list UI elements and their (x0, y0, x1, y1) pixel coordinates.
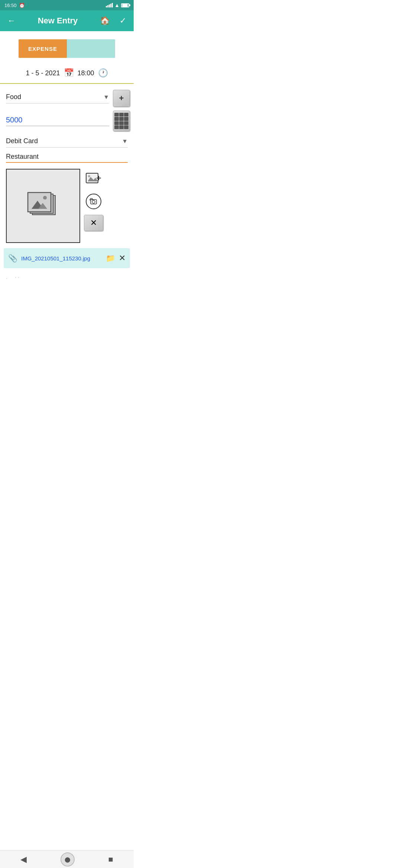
photo-placeholder (26, 191, 60, 221)
note-input[interactable] (6, 153, 128, 163)
form-content: Food ▼ + Debit Card ▼ (0, 84, 134, 286)
paperclip-icon: 📎 (8, 254, 17, 263)
datetime-row: 1 - 5 - 2021 📅 18:00 🕐 (0, 65, 134, 83)
date-display: 1 - 5 - 2021 (26, 69, 60, 77)
payment-value: Debit Card (6, 137, 38, 145)
payment-dropdown[interactable]: Debit Card ▼ (6, 137, 128, 148)
expense-toggle-button[interactable]: EXPENSE (19, 39, 67, 58)
svg-rect-10 (98, 176, 99, 180)
category-value: Food (6, 93, 21, 101)
status-time: 16:50 (4, 3, 17, 8)
add-category-button[interactable]: + (113, 90, 130, 107)
svg-rect-2 (28, 193, 51, 212)
notes-dot2: · · (15, 274, 19, 280)
notes-hint-row: . · · (0, 268, 134, 286)
amount-input[interactable] (6, 116, 109, 126)
svg-point-11 (86, 194, 101, 209)
photo-section: ✕ (0, 163, 134, 243)
note-row (0, 148, 134, 163)
attachment-row: 📎 IMG_20210501_115230.jpg 📁 ✕ (4, 248, 130, 268)
svg-marker-13 (90, 198, 93, 200)
svg-rect-6 (86, 173, 98, 183)
category-row: Food ▼ + (0, 84, 134, 107)
home-button[interactable]: 🏠 (98, 14, 111, 27)
back-button[interactable]: ← (6, 14, 17, 27)
status-bar: 16:50 ⏰ ▲ (0, 0, 134, 10)
category-chevron-icon: ▼ (103, 94, 109, 101)
category-dropdown[interactable]: Food ▼ (6, 93, 109, 103)
payment-row: Debit Card ▼ (0, 131, 134, 148)
wifi-icon: ▲ (114, 2, 120, 8)
type-toggle-row: EXPENSE (0, 31, 134, 65)
camera-icon (85, 193, 102, 210)
attachment-filename: IMG_20210501_115230.jpg (21, 255, 102, 262)
svg-point-8 (88, 175, 90, 177)
photo-preview (6, 169, 80, 243)
type-toggle-group: EXPENSE (19, 39, 115, 58)
confirm-button[interactable]: ✓ (118, 14, 128, 27)
page-title: New Entry (38, 16, 78, 26)
payment-chevron-icon: ▼ (122, 138, 128, 145)
notes-dot1: . (6, 274, 7, 280)
svg-point-5 (43, 196, 47, 200)
calculator-icon (114, 113, 128, 129)
svg-point-14 (92, 200, 95, 203)
gallery-icon (85, 172, 102, 185)
calculator-button[interactable] (113, 111, 130, 131)
battery-icon (121, 3, 129, 7)
remove-attachment-button[interactable]: ✕ (119, 253, 125, 263)
gallery-attach-button[interactable] (84, 169, 103, 188)
camera-button[interactable] (84, 192, 103, 211)
app-bar: ← New Entry 🏠 ✓ (0, 10, 134, 31)
amount-row (0, 107, 134, 131)
photo-action-buttons: ✕ (84, 169, 103, 231)
time-display: 18:00 (78, 69, 94, 77)
income-toggle-button[interactable] (67, 39, 115, 58)
image-stack-icon (26, 191, 60, 221)
alarm-icon: ⏰ (19, 3, 25, 8)
calendar-icon[interactable]: 📅 (64, 68, 74, 78)
clock-icon[interactable]: 🕐 (98, 68, 108, 78)
signal-icon (106, 3, 113, 7)
folder-icon[interactable]: 📁 (106, 254, 115, 263)
delete-photo-button[interactable]: ✕ (84, 215, 103, 231)
